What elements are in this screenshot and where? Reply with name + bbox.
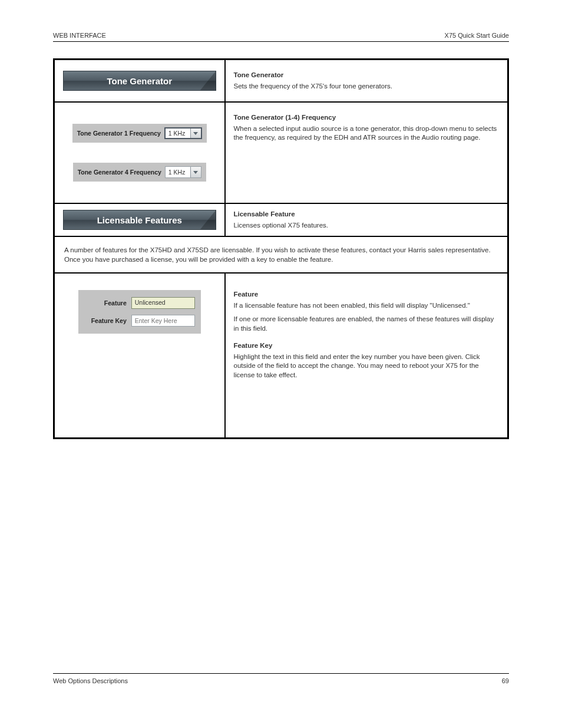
feature-body-2: If one or more licensable features are e… xyxy=(234,315,498,333)
header-left: WEB INTERFACE xyxy=(53,32,106,39)
tone-gen-4-group: Tone Generator 4 Frequency 1 KHz xyxy=(73,163,206,182)
tone-gen-4-label: Tone Generator 4 Frequency xyxy=(78,169,161,176)
chevron-down-icon xyxy=(193,171,198,174)
feature-key-label: Feature Key xyxy=(84,317,127,324)
feature-body-1: If a licensable feature has not been ena… xyxy=(234,301,498,311)
footer-left: Web Options Descriptions xyxy=(53,677,128,684)
feature-heading: Feature xyxy=(234,290,498,299)
licensable-intro-text: A number of features for the X75HD and X… xyxy=(64,245,498,264)
banner-label: Tone Generator xyxy=(107,76,172,86)
licensable-features-banner: Licensable Features xyxy=(63,210,216,230)
tone-generator-desc-cell: Tone Generator Sets the frequency of the… xyxy=(225,60,508,103)
tone-gen-1-chevron-btn[interactable] xyxy=(190,129,201,138)
licensable-heading: Licensable Feature xyxy=(234,210,498,219)
chevron-down-icon xyxy=(193,132,198,135)
licensable-intro-cell: A number of features for the X75HD and X… xyxy=(54,236,508,273)
options-table: Tone Generator Tone Generator Sets the f… xyxy=(53,58,509,439)
header-right: X75 Quick Start Guide xyxy=(445,32,509,39)
tone-gen-4-dropdown[interactable]: 1 KHz xyxy=(165,166,201,178)
feature-desc-cell: Feature If a licensable feature has not … xyxy=(225,273,508,438)
feature-key-body: Highlight the text in this field and ent… xyxy=(234,353,498,380)
licensable-body: Licenses optional X75 features. xyxy=(234,221,498,230)
feature-key-input[interactable] xyxy=(131,315,195,327)
tone-gen-1-label: Tone Generator 1 Frequency xyxy=(77,130,161,137)
tone-freq-body: When a selected input audio source is a … xyxy=(234,124,498,143)
feature-controls-cell: Feature Unlicensed Feature Key xyxy=(54,273,225,438)
licensable-desc-cell: Licensable Feature Licenses optional X75… xyxy=(225,203,508,236)
tone-generator-banner: Tone Generator xyxy=(63,71,216,91)
feature-key-heading: Feature Key xyxy=(234,341,498,351)
tone-gen-1-group: Tone Generator 1 Frequency 1 KHz xyxy=(72,124,207,143)
tone-freq-heading: Tone Generator (1-4) Frequency xyxy=(234,113,498,123)
tone-generator-body: Sets the frequency of the X75's four ton… xyxy=(234,82,498,91)
feature-status-field: Unlicensed xyxy=(131,297,195,309)
tone-gen-1-dropdown[interactable]: 1 KHz xyxy=(164,127,202,139)
tone-gen-1-value: 1 KHz xyxy=(166,129,190,138)
licensable-banner-cell: Licensable Features xyxy=(54,203,225,236)
tone-controls-cell: Tone Generator 1 Frequency 1 KHz Tone Ge… xyxy=(54,102,225,203)
tone-controls-desc-cell: Tone Generator (1-4) Frequency When a se… xyxy=(225,102,508,203)
feature-panel: Feature Unlicensed Feature Key xyxy=(78,290,201,334)
footer-page-number: 69 xyxy=(502,677,509,684)
page-footer: Web Options Descriptions 69 xyxy=(53,673,509,684)
tone-generator-heading: Tone Generator xyxy=(234,71,498,80)
tone-gen-4-chevron-btn[interactable] xyxy=(190,167,201,177)
feature-field-label: Feature xyxy=(84,299,127,307)
tone-gen-4-value: 1 KHz xyxy=(166,167,190,177)
banner-label: Licensable Features xyxy=(97,215,182,225)
page-header: WEB INTERFACE X75 Quick Start Guide xyxy=(53,32,509,42)
tone-generator-banner-cell: Tone Generator xyxy=(54,60,225,103)
